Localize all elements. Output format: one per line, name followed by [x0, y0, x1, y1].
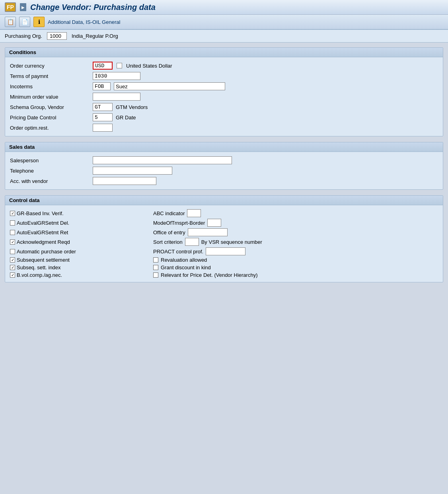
sort-criterion-input[interactable]	[185, 238, 199, 246]
min-order-label: Minimum order value	[10, 94, 90, 100]
schema-group-label: Schema Group, Vendor	[10, 104, 90, 110]
chk-auto-po[interactable]	[10, 249, 15, 254]
telephone-label: Telephone	[10, 168, 90, 174]
order-optim-row: Order optim.rest.	[10, 123, 438, 133]
main-content: Conditions Order currency United States …	[0, 43, 448, 293]
ctrl-right-1: ModeOfTrnsprt-Border	[153, 219, 438, 227]
title-bar: FP ▶ Change Vendor: Purchasing data	[0, 0, 448, 15]
org-bar: Purchasing Org. 1000 India_Regular P.Org	[0, 30, 448, 43]
min-order-input[interactable]	[93, 93, 140, 101]
ctrl-right-2: Office of entry	[153, 228, 438, 236]
control-grid: GR-Based Inv. Verif. ABC indicator AutoE…	[10, 208, 438, 279]
conditions-header: Conditions	[5, 48, 443, 57]
ctrl-row-0: GR-Based Inv. Verif. ABC indicator	[10, 208, 438, 218]
org-value: 1000	[47, 32, 67, 40]
chk-ack-reqd[interactable]	[10, 239, 15, 245]
ctrl-left-3: Acknowledgment Reqd	[10, 239, 153, 245]
lbl-ack-reqd: Acknowledgment Reqd	[17, 239, 70, 245]
pricing-date-input[interactable]	[93, 113, 113, 121]
lbl-grant-discount: Grant discount in kind	[161, 265, 211, 270]
lbl-revaluation: Revaluation allowed	[161, 257, 207, 263]
ctrl-row-3: Acknowledgment Reqd Sort criterion By VS…	[10, 237, 438, 247]
toolbar-btn-copy[interactable]: 📋	[5, 17, 16, 27]
ctrl-right-0: ABC indicator	[153, 209, 438, 217]
incoterms-row: Incoterms	[10, 81, 438, 91]
ctrl-left-7: B.vol.comp./ag.nec.	[10, 272, 153, 278]
chk-revaluation[interactable]	[153, 257, 158, 263]
salesperson-row: Salesperson	[10, 155, 438, 165]
acc-vendor-row: Acc. with vendor	[10, 176, 438, 186]
arrow-icon: ▶	[20, 3, 26, 11]
conditions-section: Conditions Order currency United States …	[5, 47, 443, 136]
toolbar: 📋 📄 ℹ Additional Data, IS-OIL General	[0, 15, 448, 30]
ctrl-right-6: Grant discount in kind	[153, 265, 438, 270]
conditions-body: Order currency United States Dollar Term…	[5, 57, 443, 136]
ctrl-left-4: Automatic purchase order	[10, 249, 153, 255]
office-entry-input[interactable]	[188, 228, 228, 236]
control-data-header: Control data	[5, 196, 443, 205]
pricing-date-desc: GR Date	[116, 115, 136, 121]
chk-auto-eval-ret[interactable]	[10, 230, 15, 235]
abc-input[interactable]	[187, 209, 201, 217]
lbl-subseq-settle: Subsequent settlement	[17, 257, 70, 263]
ctrl-right-7: Relevant for Price Det. (Vendor Hierarch…	[153, 272, 438, 278]
sales-data-body: Salesperson Telephone Acc. with vendor	[5, 152, 443, 189]
sort-criterion-desc: By VSR sequence number	[201, 239, 262, 245]
app-icon: FP	[5, 2, 16, 12]
lbl-gr-based: GR-Based Inv. Verif.	[17, 210, 64, 216]
order-currency-row: Order currency United States Dollar	[10, 60, 438, 71]
ctrl-row-1: AutoEvalGRSetmt Del. ModeOfTrnsprt-Borde…	[10, 218, 438, 228]
terms-payment-label: Terms of paymnt	[10, 73, 90, 79]
telephone-input[interactable]	[93, 167, 172, 175]
lbl-auto-eval-ret: AutoEvalGRSetmt Ret	[17, 229, 68, 235]
ctrl-row-4: Automatic purchase order PROACT control …	[10, 247, 438, 256]
chk-relevant-price[interactable]	[153, 272, 158, 278]
toolbar-btn-paste[interactable]: 📄	[19, 17, 30, 27]
lbl-relevant-price: Relevant for Price Det. (Vendor Hierarch…	[161, 272, 257, 278]
terms-payment-input[interactable]	[93, 72, 140, 80]
incoterms-code-input[interactable]	[93, 82, 111, 90]
sales-data-section: Sales data Salesperson Telephone Acc. wi…	[5, 142, 443, 190]
schema-group-input[interactable]	[93, 103, 113, 111]
chk-grant-discount[interactable]	[153, 265, 158, 270]
ctrl-left-6: Subseq. sett. index	[10, 265, 153, 270]
order-currency-label: Order currency	[10, 63, 90, 69]
acc-vendor-label: Acc. with vendor	[10, 178, 90, 184]
chk-subseq-index[interactable]	[10, 265, 15, 270]
lbl-auto-eval-del: AutoEvalGRSetmt Del.	[17, 220, 69, 226]
ctrl-right-3: Sort criterion By VSR sequence number	[153, 238, 438, 246]
proact-input[interactable]	[206, 247, 245, 255]
lbl-subseq-index: Subseq. sett. index	[17, 265, 61, 270]
toolbar-btn-info[interactable]: ℹ	[33, 17, 45, 27]
incoterms-desc-input[interactable]	[114, 82, 225, 90]
toolbar-label: Additional Data, IS-OIL General	[48, 19, 120, 25]
page-title: Change Vendor: Purchasing data	[30, 3, 156, 12]
salesperson-label: Salesperson	[10, 158, 90, 163]
schema-group-row: Schema Group, Vendor GTM Vendors	[10, 102, 438, 112]
control-data-body: GR-Based Inv. Verif. ABC indicator AutoE…	[5, 205, 443, 282]
order-currency-input[interactable]	[93, 62, 113, 70]
schema-group-desc: GTM Vendors	[116, 104, 148, 110]
chk-bvol-comp[interactable]	[10, 272, 15, 278]
min-order-row: Minimum order value	[10, 91, 438, 102]
lbl-bvol-comp: B.vol.comp./ag.nec.	[17, 272, 62, 278]
chk-auto-eval-del[interactable]	[10, 220, 15, 226]
sales-data-header: Sales data	[5, 142, 443, 152]
mode-trnsprt-input[interactable]	[207, 219, 221, 227]
control-data-section: Control data GR-Based Inv. Verif. ABC in…	[5, 195, 443, 282]
chk-subseq-settle[interactable]	[10, 257, 15, 263]
ctrl-row-5: Subsequent settlement Revaluation allowe…	[10, 256, 438, 264]
salesperson-input[interactable]	[93, 156, 232, 164]
ctrl-left-1: AutoEvalGRSetmt Del.	[10, 220, 153, 226]
incoterms-label: Incoterms	[10, 84, 90, 89]
org-description: India_Regular P.Org	[72, 33, 118, 39]
currency-checkbox[interactable]	[117, 63, 122, 68]
ctrl-left-0: GR-Based Inv. Verif.	[10, 210, 153, 216]
ctrl-right-4: PROACT control prof.	[153, 247, 438, 255]
lbl-proact: PROACT control prof.	[153, 249, 203, 255]
chk-gr-based[interactable]	[10, 211, 15, 216]
order-optim-input[interactable]	[93, 124, 113, 132]
acc-vendor-input[interactable]	[93, 177, 156, 185]
ctrl-row-7: B.vol.comp./ag.nec. Relevant for Price D…	[10, 271, 438, 279]
pricing-date-row: Pricing Date Control GR Date	[10, 112, 438, 123]
